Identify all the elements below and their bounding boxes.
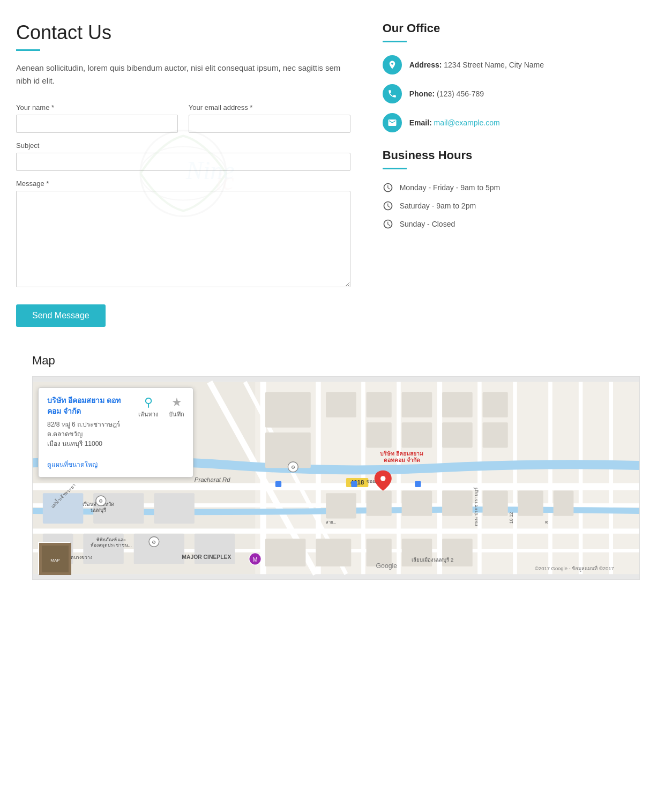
message-input[interactable] bbox=[16, 191, 350, 287]
address-label: Address: bbox=[409, 61, 442, 69]
svg-rect-16 bbox=[513, 382, 517, 574]
email-link[interactable]: mail@example.com bbox=[434, 118, 500, 127]
hours-text-0: Monday - Friday - 9am to 5pm bbox=[400, 183, 501, 192]
hours-item-0: Monday - Friday - 9am to 5pm bbox=[383, 182, 656, 193]
svg-rect-42 bbox=[154, 493, 194, 524]
svg-rect-34 bbox=[367, 491, 392, 516]
svg-rect-31 bbox=[442, 422, 473, 447]
map-popup: บริษัท อีคอมสยาม ดอทคอม จำกัด 82/8 หมู่ … bbox=[38, 387, 193, 477]
hours-text-2: Sunday - Closed bbox=[400, 220, 456, 228]
name-input[interactable] bbox=[16, 115, 178, 133]
map-container[interactable]: 4018 Pracharat Rd บริษัท อีคอมสยาม ดอทคอ… bbox=[32, 376, 640, 580]
svg-rect-33 bbox=[326, 493, 356, 518]
svg-rect-18 bbox=[579, 382, 583, 574]
address-value: 1234 Street Name, City Name bbox=[444, 61, 544, 69]
svg-rect-38 bbox=[518, 491, 543, 516]
svg-text:⚙: ⚙ bbox=[291, 464, 295, 470]
hours-item-2: Sunday - Closed bbox=[383, 219, 656, 229]
svg-text:เลียบเมืองนนทบุรี 2: เลียบเมืองนนทบุรี 2 bbox=[412, 557, 454, 563]
popup-info-area: บริษัท อีคอมสยาม ดอทคอม จำกัด 82/8 หมู่ … bbox=[47, 395, 122, 454]
svg-text:©2017 Google - ข้อมูลแผนที่ ©2: ©2017 Google - ข้อมูลแผนที่ ©2017 bbox=[535, 565, 614, 572]
subject-input[interactable] bbox=[16, 153, 350, 171]
svg-rect-35 bbox=[402, 491, 432, 516]
large-map-link[interactable]: ดูแผนที่ขนาดใหญ่ bbox=[47, 461, 98, 468]
hours-title: Business Hours bbox=[383, 148, 656, 162]
svg-text:วัดบางขวาง: วัดบางขวาง bbox=[68, 555, 92, 560]
email-label: Your email address * bbox=[189, 103, 350, 111]
svg-text:บริษัท อีคอมสยาม: บริษัท อีคอมสยาม bbox=[380, 451, 423, 457]
svg-rect-15 bbox=[477, 382, 482, 574]
title-underline bbox=[16, 49, 40, 51]
address-item: Address: 1234 Street Name, City Name bbox=[383, 55, 656, 74]
phone-label: Phone: bbox=[409, 89, 435, 98]
name-label: Your name * bbox=[16, 103, 178, 111]
clock-icon-1 bbox=[383, 200, 393, 211]
message-group: Message * bbox=[16, 180, 350, 287]
name-group: Your name * bbox=[16, 103, 178, 133]
right-column: Our Office Address: 1234 Street Name, Ci… bbox=[372, 21, 656, 327]
svg-text:⚙: ⚙ bbox=[152, 539, 156, 545]
popup-title: บริษัท อีคอมสยาม ดอทคอม จำกัด bbox=[47, 395, 122, 416]
popup-address: 82/8 หมู่ 6 ถ.ประชาราษฎร์ ต.ตลาดขวัญเมือ… bbox=[47, 420, 122, 449]
svg-text:พิพิธภัณฑ์ และ: พิพิธภัณฑ์ และ bbox=[96, 537, 126, 542]
clock-icon-2 bbox=[383, 219, 393, 229]
phone-text: Phone: (123) 456-789 bbox=[409, 89, 484, 98]
email-input[interactable] bbox=[189, 115, 350, 133]
svg-text:ดอทคอม จำกัด: ดอทคอม จำกัด bbox=[384, 457, 420, 463]
message-row: Message * bbox=[16, 180, 350, 287]
message-label: Message * bbox=[16, 180, 350, 188]
email-icon bbox=[383, 113, 402, 132]
svg-text:Google: Google bbox=[376, 562, 398, 570]
map-title: Map bbox=[32, 354, 640, 368]
email-group: Your email address * bbox=[189, 103, 350, 133]
svg-rect-32 bbox=[483, 422, 508, 447]
svg-text:M: M bbox=[253, 557, 258, 563]
subject-group: Subject bbox=[16, 141, 350, 171]
email-contact-text: Email: mail@example.com bbox=[409, 118, 500, 127]
svg-rect-37 bbox=[483, 491, 508, 516]
svg-rect-61 bbox=[275, 481, 281, 487]
directions-button[interactable]: ⚲ เส้นทาง bbox=[138, 395, 158, 419]
description: Aenean sollicitudin, lorem quis bibendum… bbox=[16, 62, 350, 87]
svg-text:10 12: 10 12 bbox=[509, 512, 514, 524]
svg-rect-28 bbox=[483, 392, 508, 417]
clock-icon-0 bbox=[383, 182, 393, 193]
svg-rect-60 bbox=[415, 481, 421, 487]
svg-text:⚙: ⚙ bbox=[99, 498, 103, 504]
map-section: Map bbox=[16, 354, 656, 580]
svg-rect-29 bbox=[367, 422, 392, 447]
page-title: Contact Us bbox=[16, 21, 350, 44]
phone-item: Phone: (123) 456-789 bbox=[383, 84, 656, 103]
save-button-map[interactable]: ★ บันทึก bbox=[169, 395, 184, 419]
svg-text:ถนน ประชาราษฎร์: ถนน ประชาราษฎร์ bbox=[473, 487, 479, 526]
svg-rect-47 bbox=[265, 539, 305, 566]
svg-text:นนทบุรี: นนทบุรี bbox=[91, 507, 106, 513]
svg-rect-48 bbox=[316, 539, 351, 566]
phone-icon bbox=[383, 84, 402, 103]
email-contact-label: Email: bbox=[409, 118, 432, 127]
svg-rect-19 bbox=[609, 382, 613, 574]
svg-text:Pracharat Rd: Pracharat Rd bbox=[195, 476, 230, 483]
subject-label: Subject bbox=[16, 141, 350, 150]
svg-text:MAP: MAP bbox=[50, 558, 59, 563]
business-hours-section: Business Hours Monday - Friday - 9am to … bbox=[383, 148, 656, 229]
svg-text:MAJOR CINEPLEX: MAJOR CINEPLEX bbox=[182, 554, 231, 560]
svg-rect-13 bbox=[397, 382, 401, 574]
svg-text:8: 8 bbox=[544, 521, 549, 524]
svg-rect-27 bbox=[442, 392, 473, 417]
hours-underline bbox=[383, 168, 407, 169]
svg-point-58 bbox=[380, 476, 385, 481]
svg-rect-30 bbox=[402, 422, 432, 447]
svg-rect-23 bbox=[265, 432, 311, 468]
address-text: Address: 1234 Street Name, City Name bbox=[409, 61, 544, 69]
svg-rect-36 bbox=[442, 491, 473, 516]
office-title: Our Office bbox=[383, 21, 656, 35]
send-button[interactable]: Send Message bbox=[16, 304, 106, 327]
office-underline bbox=[383, 41, 407, 42]
svg-rect-59 bbox=[351, 481, 357, 487]
svg-rect-25 bbox=[367, 392, 392, 417]
popup-actions: บริษัท อีคอมสยาม ดอทคอม จำกัด 82/8 หมู่ … bbox=[47, 395, 184, 454]
phone-value: (123) 456-789 bbox=[437, 89, 484, 98]
svg-text:ซอย...: ซอย... bbox=[367, 479, 379, 484]
hours-item-1: Saturday - 9am to 2pm bbox=[383, 200, 656, 211]
